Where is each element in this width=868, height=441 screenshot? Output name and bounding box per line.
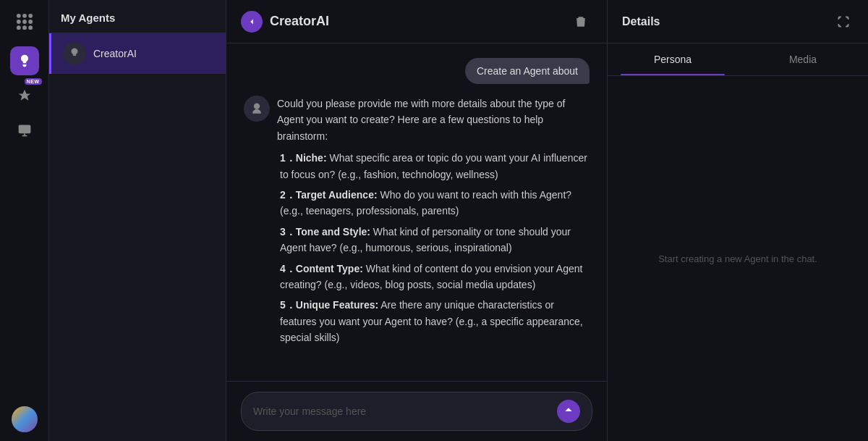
delete-button[interactable] — [569, 10, 592, 33]
sidebar-header: My Agents — [49, 0, 226, 33]
nav-agents-button[interactable] — [10, 46, 39, 75]
right-panel: Details Persona Media Start creating a n… — [608, 0, 868, 441]
send-button[interactable] — [557, 400, 580, 423]
bot-question-item: 4．Content Type: What kind of content do … — [277, 261, 590, 293]
tab-persona[interactable]: Persona — [608, 43, 738, 75]
sidebar-item-creatorai[interactable]: CreatorAI — [49, 33, 226, 74]
chat-header: CreatorAI — [226, 0, 607, 43]
svg-point-0 — [16, 14, 20, 18]
right-panel-content: Start creating a new Agent in the chat. — [608, 76, 868, 441]
svg-point-3 — [16, 20, 20, 24]
nav-monitor-button[interactable] — [10, 116, 39, 145]
agent-avatar — [63, 42, 86, 65]
user-avatar[interactable] — [12, 406, 38, 432]
right-panel-placeholder: Start creating a new Agent in the chat. — [658, 253, 817, 264]
chat-input[interactable] — [253, 406, 550, 417]
app-logo — [12, 9, 38, 35]
nav-launch-button[interactable]: NEW — [10, 81, 39, 110]
user-message: Create an Agent about — [244, 58, 590, 84]
chat-input-area — [226, 381, 607, 441]
right-panel-title: Details — [622, 15, 660, 28]
svg-point-5 — [28, 20, 33, 24]
bot-message: Could you please provide me with more de… — [244, 96, 590, 350]
back-button[interactable] — [241, 11, 263, 33]
user-message-bubble: Create an Agent about — [465, 58, 590, 84]
chat-input-wrapper — [241, 392, 592, 431]
bot-intro-text: Could you please provide me with more de… — [277, 96, 590, 144]
svg-point-4 — [22, 20, 27, 24]
svg-point-8 — [28, 25, 33, 30]
bot-questions-list: 1．Niche: What specific area or topic do … — [277, 150, 590, 345]
sidebar: My Agents CreatorAI — [49, 0, 226, 441]
chat-title: CreatorAI — [270, 14, 329, 29]
bot-question-item: 3．Tone and Style: What kind of personali… — [277, 224, 590, 256]
bot-question-item: 2．Target Audience: Who do you want to re… — [277, 187, 590, 219]
svg-point-12 — [254, 104, 260, 109]
bot-question-item: 1．Niche: What specific area or topic do … — [277, 150, 590, 182]
sidebar-item-label: CreatorAI — [93, 48, 137, 59]
bot-question-item: 5．Unique Features: Are there any unique … — [277, 297, 590, 345]
svg-point-1 — [22, 14, 27, 18]
svg-rect-9 — [18, 125, 30, 134]
svg-point-6 — [16, 25, 20, 30]
svg-point-7 — [22, 25, 27, 30]
expand-button[interactable] — [833, 12, 854, 32]
left-nav: NEW — [0, 0, 49, 441]
bot-avatar-icon — [244, 96, 270, 122]
right-panel-header: Details — [608, 0, 868, 43]
tab-media[interactable]: Media — [738, 43, 868, 75]
chat-header-left: CreatorAI — [241, 11, 329, 33]
main-chat: CreatorAI Create an Agent about Could yo… — [226, 0, 608, 441]
bot-message-bubble: Could you please provide me with more de… — [277, 96, 590, 350]
right-panel-tabs: Persona Media — [608, 43, 868, 76]
svg-point-2 — [28, 14, 33, 18]
new-badge: NEW — [25, 78, 42, 85]
chat-messages: Create an Agent about Could you please p… — [226, 43, 607, 381]
